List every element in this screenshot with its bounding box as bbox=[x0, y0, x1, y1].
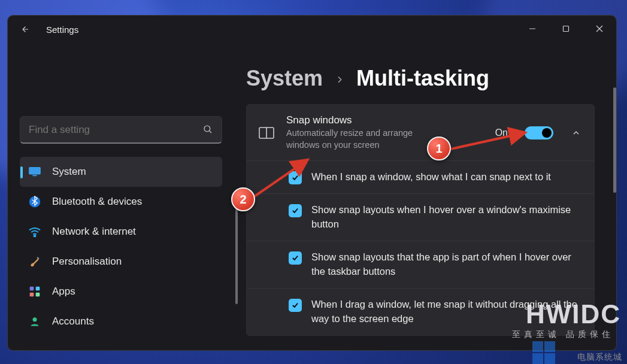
watermark-tagline: 至真至诚 品质保住 bbox=[512, 329, 614, 340]
sidebar-item-label: Personalisation bbox=[52, 256, 122, 268]
sidebar-item-label: Network & internet bbox=[52, 226, 136, 238]
corner-logo-icon bbox=[532, 341, 555, 364]
snap-subtitle: Automatically resize and arrange windows… bbox=[286, 128, 442, 151]
snap-windows-header[interactable]: Snap windows Automatically resize and ar… bbox=[247, 105, 594, 160]
nav-list: System Bluetooth & devices Network & int… bbox=[20, 157, 222, 336]
wifi-icon bbox=[27, 225, 43, 238]
svg-rect-10 bbox=[37, 257, 40, 260]
sidebar-item-label: System bbox=[52, 166, 86, 178]
svg-rect-14 bbox=[36, 293, 40, 297]
paintbrush-icon bbox=[27, 255, 43, 268]
sidebar-item-label: Accounts bbox=[52, 316, 94, 327]
checkbox-hover-maximise[interactable] bbox=[289, 204, 302, 217]
svg-rect-7 bbox=[32, 175, 37, 176]
snap-option-row: Show snap layouts that the app is part o… bbox=[247, 241, 594, 288]
maximize-button[interactable] bbox=[549, 16, 583, 42]
search-icon bbox=[202, 124, 213, 137]
sidebar-item-system[interactable]: System bbox=[20, 157, 222, 187]
back-button[interactable] bbox=[11, 16, 38, 43]
checkbox-snap-assist[interactable] bbox=[289, 171, 302, 184]
titlebar: Settings bbox=[8, 16, 616, 43]
content-scrollbar[interactable] bbox=[613, 87, 616, 193]
sidebar-item-bluetooth[interactable]: Bluetooth & devices bbox=[20, 187, 222, 217]
svg-point-4 bbox=[204, 126, 210, 132]
snap-option-row: Show snap layouts when I hover over a wi… bbox=[247, 193, 594, 241]
svg-rect-1 bbox=[564, 26, 569, 32]
breadcrumb-parent[interactable]: System bbox=[246, 66, 323, 91]
maximize-icon bbox=[562, 25, 570, 32]
watermark-big: HWIDC bbox=[526, 299, 621, 329]
svg-point-9 bbox=[34, 235, 36, 237]
sidebar-item-personalisation[interactable]: Personalisation bbox=[20, 247, 222, 277]
minimize-icon bbox=[529, 25, 536, 32]
snap-layout-icon bbox=[258, 127, 275, 139]
window-controls bbox=[516, 16, 616, 42]
checkbox-drag-snap[interactable] bbox=[289, 299, 302, 312]
chevron-right-icon bbox=[335, 74, 344, 88]
sidebar-item-network[interactable]: Network & internet bbox=[20, 217, 222, 247]
checkbox-taskbar-layouts[interactable] bbox=[289, 251, 302, 265]
person-icon bbox=[27, 315, 43, 328]
svg-rect-11 bbox=[30, 287, 34, 291]
corner-logo-text: 电脑系统城 bbox=[577, 352, 622, 363]
minimize-button[interactable] bbox=[516, 16, 549, 42]
search-input-wrap[interactable] bbox=[20, 116, 222, 144]
chevron-up-icon[interactable] bbox=[569, 128, 583, 138]
close-icon bbox=[596, 25, 603, 32]
snap-windows-toggle[interactable] bbox=[525, 126, 553, 139]
option-label: When I snap a window, show what I can sn… bbox=[311, 170, 551, 184]
svg-point-15 bbox=[33, 317, 37, 321]
svg-line-5 bbox=[209, 131, 211, 133]
monitor-icon bbox=[27, 165, 43, 178]
toggle-state-label: On bbox=[495, 128, 508, 138]
search-input[interactable] bbox=[20, 124, 222, 136]
sidebar-item-label: Bluetooth & devices bbox=[52, 196, 142, 208]
svg-rect-13 bbox=[30, 293, 34, 297]
sidebar-item-accounts[interactable]: Accounts bbox=[20, 307, 222, 336]
breadcrumb: System Multi-tasking bbox=[246, 66, 605, 91]
svg-rect-6 bbox=[29, 167, 41, 175]
option-label: Show snap layouts that the app is part o… bbox=[311, 250, 583, 279]
arrow-left-icon bbox=[19, 24, 30, 35]
option-label: Show snap layouts when I hover over a wi… bbox=[311, 203, 583, 232]
sidebar-item-label: Apps bbox=[52, 286, 75, 298]
sidebar-scrollbar[interactable] bbox=[235, 208, 238, 304]
sidebar: System Bluetooth & devices Network & int… bbox=[8, 43, 244, 350]
snap-title: Snap windows bbox=[286, 114, 484, 126]
bluetooth-icon bbox=[27, 195, 43, 208]
sidebar-item-apps[interactable]: Apps bbox=[20, 277, 222, 307]
page-title: Multi-tasking bbox=[356, 66, 489, 91]
apps-icon bbox=[27, 285, 43, 298]
svg-rect-12 bbox=[36, 287, 40, 291]
close-button[interactable] bbox=[583, 16, 616, 42]
snap-option-row: When I snap a window, show what I can sn… bbox=[247, 160, 594, 193]
window-title: Settings bbox=[46, 25, 78, 35]
